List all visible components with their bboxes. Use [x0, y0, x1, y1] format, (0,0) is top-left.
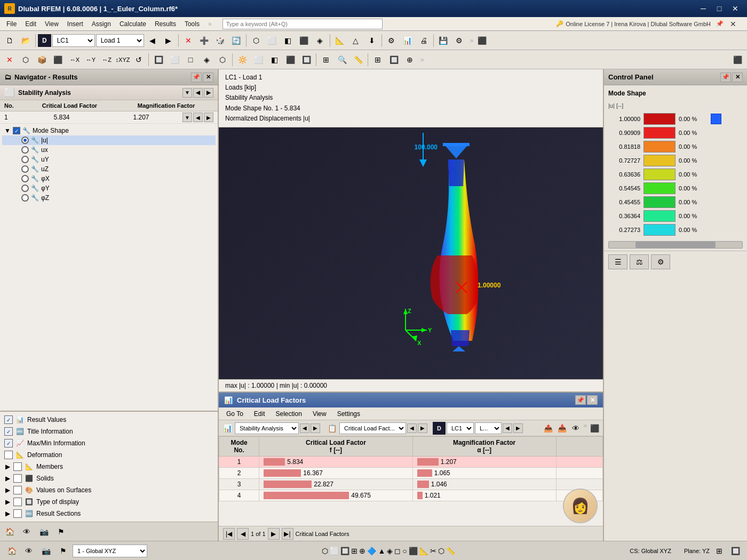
tb-surface[interactable]: ◧	[281, 33, 296, 48]
sb-home[interactable]: 🏠	[4, 543, 19, 558]
tb-loads[interactable]: ⬇	[364, 33, 379, 48]
result-values-check[interactable]: ✓	[4, 415, 13, 424]
clf-result-dd[interactable]: Critical Load Fact...	[339, 422, 406, 434]
tb-settings[interactable]: ⚙	[452, 33, 467, 48]
tb2-view5[interactable]: ⬡	[215, 52, 230, 67]
tb2-snap[interactable]: 🔲	[386, 52, 401, 67]
cp-pin[interactable]: 📌	[720, 73, 731, 82]
nav-values-surfaces[interactable]: ▶ 🎨 Values on Surfaces	[2, 484, 216, 496]
cp-balance-btn[interactable]: ⚖	[630, 254, 649, 269]
tb2-rotate[interactable]: ↺	[131, 52, 146, 67]
tb2-z-axis[interactable]: ↔Z	[99, 52, 114, 67]
sb-icon12[interactable]: 📐	[419, 547, 428, 555]
tb2-measure[interactable]: 📏	[351, 52, 365, 67]
tb2-member[interactable]: 📦	[34, 52, 49, 67]
u-abs-radio[interactable]	[21, 137, 29, 144]
nav-tb-home[interactable]: 🏠	[2, 524, 17, 539]
surfaces-check[interactable]	[13, 486, 22, 494]
clf-menu-goto[interactable]: Go To	[222, 409, 248, 419]
members-check[interactable]	[13, 462, 22, 471]
menu-view[interactable]: View	[41, 19, 63, 29]
table-row[interactable]: 1 5.834 1.207	[219, 457, 603, 468]
clf-tb-import[interactable]: 📥	[555, 422, 568, 435]
tree-phiy[interactable]: 🔧 φY	[2, 183, 216, 193]
uy-radio[interactable]	[21, 156, 29, 163]
nav-row-next[interactable]: ▶	[204, 113, 213, 122]
tb-save[interactable]: 💾	[436, 33, 451, 48]
tree-phix[interactable]: 🔧 φX	[2, 174, 216, 183]
tb2-persp[interactable]: ⬛	[283, 52, 298, 67]
nav-deformation[interactable]: 📐 Deformation	[2, 449, 216, 461]
tb2-zoom-fit[interactable]: ⊞	[319, 52, 333, 67]
tb2-view1[interactable]: 🔲	[151, 52, 166, 67]
cs-dropdown[interactable]: 1 - Global XYZ	[73, 545, 147, 557]
tb-expand[interactable]: ⬛	[474, 33, 489, 48]
tb2-cube[interactable]: ⬡	[18, 52, 33, 67]
nav-type-display[interactable]: ▶ 🔲 Type of display	[2, 496, 216, 508]
tb-members[interactable]: 📐	[332, 33, 347, 48]
tb2-view4[interactable]: ◈	[199, 52, 214, 67]
nav-next-btn[interactable]: ▶	[204, 88, 213, 98]
nav-prev-btn[interactable]: ◀	[193, 88, 203, 98]
tb2-display[interactable]: ⬛	[730, 52, 745, 67]
nav-pin[interactable]: 📌	[191, 73, 202, 82]
cp-list-btn[interactable]: ☰	[608, 254, 627, 269]
nav-solids[interactable]: ▶ ⬛ Solids	[2, 473, 216, 484]
tb-solid[interactable]: ⬛	[297, 33, 312, 48]
tb-open[interactable]: 📂	[18, 33, 33, 48]
tree-uz[interactable]: 🔧 uZ	[2, 164, 216, 174]
nav-result-values[interactable]: ✓ 📊 Result Values	[2, 414, 216, 426]
tb-calc[interactable]: ⚙	[384, 33, 399, 48]
sb-icon3[interactable]: 🔲	[340, 547, 349, 555]
tb2-ortho[interactable]: 🔲	[299, 52, 314, 67]
tb2-render[interactable]: 🔆	[235, 52, 250, 67]
tree-phiz[interactable]: 🔧 φZ	[2, 193, 216, 203]
tb-prev[interactable]: ◀	[145, 33, 160, 48]
tb-new[interactable]: 🗋	[2, 33, 17, 48]
menu-tools[interactable]: Tools	[180, 19, 204, 29]
clf-analysis-dd[interactable]: Stability Analysis	[235, 422, 299, 434]
clf-lc-next[interactable]: ▶	[513, 423, 523, 433]
tb2-y-axis[interactable]: ↔Y	[83, 52, 98, 67]
load-dropdown[interactable]: Load 1	[96, 34, 144, 47]
clf-tb-icon[interactable]: 📊	[221, 422, 234, 435]
tb-node[interactable]: ⬡	[249, 33, 264, 48]
close-btn[interactable]: ✕	[728, 3, 743, 14]
tb2-xyz[interactable]: ↕XYZ	[115, 52, 130, 67]
minimize-btn[interactable]: ─	[696, 3, 711, 14]
sb-icon7[interactable]: ▲	[378, 547, 385, 555]
clf-result-prev[interactable]: ◀	[407, 423, 417, 433]
sb-icon11[interactable]: ⬛	[409, 547, 418, 555]
clf-menu-edit[interactable]: Edit	[250, 409, 269, 419]
sb-grid-btn[interactable]: ⊞	[712, 543, 727, 558]
mode-shape-checkbox[interactable]: ✓	[13, 127, 20, 134]
clf-menu-selection[interactable]: Selection	[272, 409, 306, 419]
tb-next[interactable]: ▶	[161, 33, 176, 48]
sb-icon10[interactable]: ○	[402, 547, 407, 555]
tb-add[interactable]: ➕	[197, 33, 212, 48]
tb2-zoom-in[interactable]: 🔍	[335, 52, 349, 67]
clf-result-next[interactable]: ▶	[418, 423, 427, 433]
clf-menu-settings[interactable]: Settings	[333, 409, 364, 419]
nav-row-dd[interactable]: ▼	[182, 113, 192, 122]
nav-tb-eye[interactable]: 👁	[19, 524, 34, 539]
tree-mode-shape[interactable]: ▼ ✓ 🔧 Mode Shape	[2, 126, 216, 135]
tree-uy[interactable]: 🔧 uY	[2, 155, 216, 164]
clf-analysis-prev[interactable]: ◀	[300, 423, 309, 433]
license-close[interactable]: ✕	[726, 19, 741, 29]
sb-icon4[interactable]: ⊞	[351, 547, 357, 555]
menu-calculate[interactable]: Calculate	[115, 19, 150, 29]
tree-u-abs[interactable]: 🔧 |u|	[2, 135, 216, 145]
sb-icon1[interactable]: ⬡	[322, 547, 328, 555]
menu-results[interactable]: Results	[150, 19, 180, 29]
tb2-shaded[interactable]: ◧	[267, 52, 282, 67]
clf-lc2-dd[interactable]: L...	[475, 422, 502, 434]
sb-icon14[interactable]: ⬡	[438, 547, 444, 555]
tb2-wire[interactable]: ⬜	[251, 52, 266, 67]
sb-flag[interactable]: ⚑	[55, 543, 70, 558]
tb2-node2[interactable]: ⬛	[50, 52, 65, 67]
tb-openings[interactable]: ◈	[313, 33, 328, 48]
clf-lc-prev[interactable]: ◀	[503, 423, 512, 433]
page-first[interactable]: |◀	[223, 528, 235, 540]
tb-line[interactable]: ⬜	[265, 33, 280, 48]
